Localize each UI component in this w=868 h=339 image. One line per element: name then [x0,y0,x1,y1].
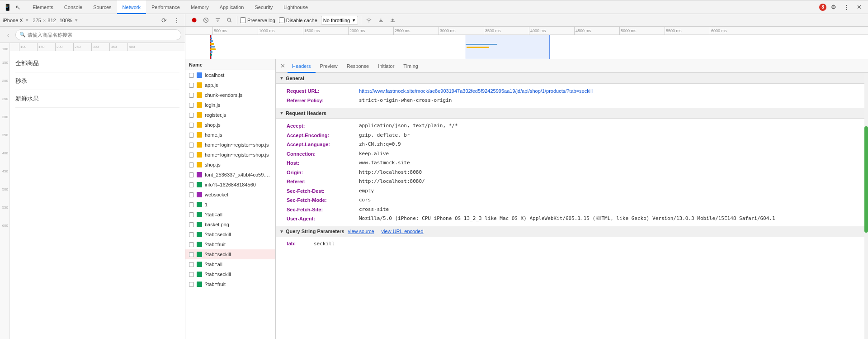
file-item[interactable]: font_2536337_x4bbt4co59.woff2?... [185,170,275,180]
menu-item-fruit[interactable]: 新鲜水果 [15,90,179,108]
file-item[interactable]: ?tab=fruit [185,239,275,249]
right-scrollbar[interactable] [864,73,868,339]
file-item[interactable]: ?tab=fruit [185,279,275,289]
file-item[interactable]: localhost [185,70,275,80]
file-item[interactable]: register.js [185,110,275,120]
tab-lighthouse[interactable]: Lighthouse [278,0,313,14]
file-checkbox[interactable] [189,153,194,158]
rotate-icon[interactable]: ⟳ [159,15,170,26]
general-section-header[interactable]: ▼ General [276,73,864,84]
close-icon[interactable]: ✕ [854,2,864,13]
back-button[interactable]: ‹ [4,30,13,39]
tab-timing[interactable]: Timing [399,59,423,73]
file-checkbox[interactable] [189,103,194,108]
file-item[interactable]: ?tab=all [185,210,275,220]
file-checkbox[interactable] [189,212,194,217]
settings-icon[interactable]: ⚙ [828,2,839,13]
file-checkbox[interactable] [189,242,194,247]
cursor-icon[interactable]: ↖ [13,2,24,13]
detail-close-button[interactable]: ✕ [278,61,288,71]
file-item[interactable]: chunk-vendors.js [185,90,275,100]
file-checkbox[interactable] [189,282,194,287]
file-checkbox[interactable] [189,133,194,138]
headers-scroll-area[interactable]: ▼ General Request URL: https://www.fastm… [276,73,864,339]
file-checkbox[interactable] [189,232,194,237]
file-item[interactable]: 1 [185,200,275,210]
import-icon[interactable] [376,15,386,25]
file-item[interactable]: basket.png [185,220,275,229]
file-item[interactable]: app.js [185,80,275,90]
file-checkbox[interactable] [189,113,194,118]
preserve-log-label[interactable]: Preserve log [240,17,275,23]
scrollbar-thumb[interactable] [864,126,868,233]
device-toolbar: iPhone X ▼ 375 × 812 100% ▼ ⟳ ⋮ [0,14,185,27]
menu-item-all[interactable]: 全部商品 [15,55,179,72]
query-params-section-header[interactable]: ▼ Query String Parameters view source vi… [276,226,864,237]
file-name: ?tab=all [205,262,272,267]
file-checkbox[interactable] [189,192,194,197]
file-checkbox[interactable] [189,93,194,98]
export-icon[interactable] [387,15,397,25]
file-checkbox[interactable] [189,182,194,187]
tab-headers[interactable]: Headers [288,59,316,73]
tab-performance[interactable]: Performance [146,0,185,14]
search-button[interactable] [224,15,234,25]
file-item[interactable]: shop.js [185,120,275,130]
tab-sources[interactable]: Sources [88,0,117,14]
file-checkbox[interactable] [189,143,194,148]
file-checkbox[interactable] [189,272,194,277]
wifi-icon[interactable] [364,15,374,25]
header-value: www.fastmock.site [359,159,861,167]
file-item[interactable]: home~login~register~shop.js [185,140,275,150]
dots-icon[interactable]: ⋮ [171,15,182,26]
file-item[interactable]: ?tab=seckill [185,269,275,279]
tab-preview[interactable]: Preview [316,59,342,73]
tab-elements[interactable]: Elements [27,0,59,14]
file-type-icon [197,202,202,207]
clear-button[interactable] [201,15,211,25]
disable-cache-label[interactable]: Disable cache [279,17,317,23]
file-item[interactable]: ?tab=seckill [185,229,275,239]
tab-security[interactable]: Security [249,0,278,14]
file-checkbox[interactable] [189,123,194,128]
file-checkbox[interactable] [189,202,194,207]
file-checkbox[interactable] [189,83,194,88]
menu-item-seckill[interactable]: 秒杀 [15,72,179,90]
preserve-log-checkbox[interactable] [240,17,246,23]
request-headers-title: Request Headers [286,110,326,116]
file-item[interactable]: ?tab=all [185,259,275,269]
request-headers-section-header[interactable]: ▼ Request Headers [276,108,864,119]
file-item[interactable]: info?t=1626848184560 [185,180,275,190]
query-params-content: tab:seckill [276,237,864,250]
device-toggle-icon[interactable]: 📱 [2,2,13,13]
device-zoom-arrow[interactable]: ▼ [74,18,79,23]
throttling-select[interactable]: No throttling ▼ [321,16,358,25]
tab-initiator[interactable]: Initiator [373,59,399,73]
file-checkbox[interactable] [189,222,194,227]
record-button[interactable] [189,15,199,25]
tab-response[interactable]: Response [342,59,374,73]
search-input[interactable] [28,32,177,38]
filter-button[interactable] [212,15,222,25]
tab-memory[interactable]: Memory [185,0,214,14]
disable-cache-checkbox[interactable] [279,17,285,23]
view-url-encoded-link[interactable]: view URL-encoded [382,229,424,234]
tab-network[interactable]: Network [117,0,146,14]
file-item[interactable]: shop.js [185,160,275,170]
file-checkbox[interactable] [189,262,194,267]
file-item[interactable]: home~login~register~shop.js [185,150,275,160]
tab-console[interactable]: Console [59,0,88,14]
device-model-arrow[interactable]: ▼ [25,18,29,23]
tab-application[interactable]: Application [214,0,250,14]
file-checkbox[interactable] [189,172,194,177]
more-icon[interactable]: ⋮ [841,2,852,13]
file-item[interactable]: ?tab=seckill [185,249,275,259]
file-item[interactable]: login.js [185,100,275,110]
file-checkbox[interactable] [189,162,194,167]
file-checkbox[interactable] [189,252,194,257]
file-item[interactable]: home.js [185,130,275,140]
view-source-link[interactable]: view source [348,229,374,234]
file-item[interactable]: websocket [185,190,275,200]
search-bar[interactable]: 🔍 [15,29,181,40]
file-checkbox[interactable] [189,73,194,78]
